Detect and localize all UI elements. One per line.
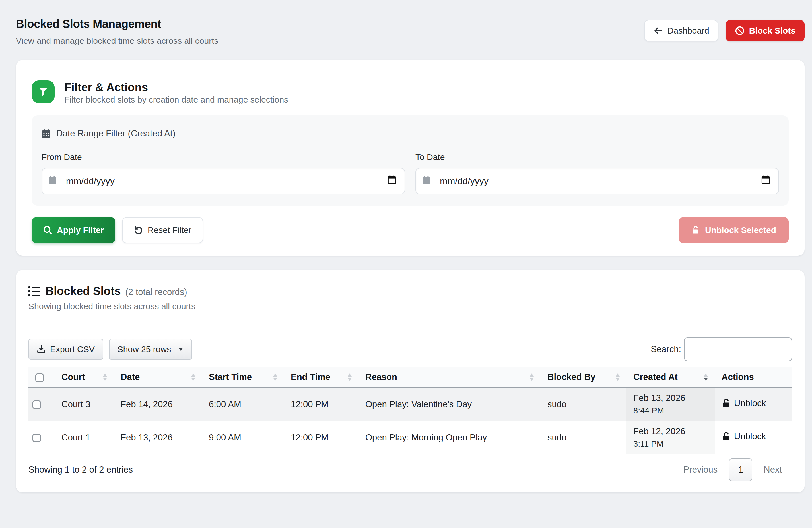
cell-end-time: 12:00 PM [284, 421, 359, 454]
date-range-heading: Date Range Filter (Created At) [56, 129, 176, 139]
dashboard-button[interactable]: Dashboard [644, 20, 719, 42]
sort-icon [103, 373, 107, 381]
sort-icon [348, 373, 352, 381]
select-all-checkbox[interactable] [35, 373, 44, 382]
search-input[interactable] [684, 337, 792, 361]
column-header-end-time[interactable]: End Time [284, 367, 359, 388]
sort-icon [530, 373, 534, 381]
lock-icon [722, 398, 731, 408]
date-range-panel: Date Range Filter (Created At) From Date… [32, 115, 789, 206]
table-header-row: Court Date Start Time End Time Reason Bl… [28, 367, 792, 388]
column-header-select[interactable] [28, 367, 55, 388]
column-header-created-at[interactable]: Created At [626, 367, 715, 388]
search-label: Search: [651, 344, 681, 354]
column-header-blocked-by[interactable]: Blocked By [540, 367, 626, 388]
unblock-selected-button[interactable]: Unblock Selected [679, 217, 789, 243]
pagination: Previous 1 Next [683, 458, 782, 481]
cell-start-time: 6:00 AM [202, 388, 284, 421]
row-checkbox[interactable] [32, 434, 41, 442]
from-date-input[interactable]: mm/dd/yyyy [42, 168, 405, 194]
cell-created-at: Feb 13, 20268:44 PM [626, 388, 715, 421]
reset-filter-button[interactable]: Reset Filter [122, 217, 203, 243]
rotate-ccw-icon [134, 226, 143, 235]
cell-actions: Unblock [715, 388, 792, 421]
cell-end-time: 12:00 PM [284, 388, 359, 421]
list-icon [28, 286, 40, 297]
cell-reason: Open Play: Morning Open Play [359, 421, 540, 454]
next-page-button[interactable]: Next [764, 465, 782, 475]
row-checkbox[interactable] [32, 401, 41, 409]
table-row: Court 3Feb 14, 20266:00 AM12:00 PMOpen P… [28, 388, 792, 421]
column-header-actions: Actions [715, 367, 792, 388]
ban-icon [735, 26, 744, 35]
cell-actions: Unblock [715, 421, 792, 454]
to-date-value: mm/dd/yyyy [440, 176, 489, 186]
table-row: Court 1Feb 13, 20269:00 AM12:00 PMOpen P… [28, 421, 792, 454]
unblock-button[interactable]: Unblock [722, 398, 766, 408]
calendar-icon [422, 176, 430, 186]
download-icon [37, 345, 45, 353]
export-csv-button[interactable]: Export CSV [28, 339, 103, 360]
column-header-date[interactable]: Date [114, 367, 202, 388]
blocked-slots-table: Court Date Start Time End Time Reason Bl… [28, 367, 792, 454]
cell-blocked-by: sudo [540, 421, 626, 454]
cell-court: Court 1 [55, 421, 114, 454]
column-header-reason[interactable]: Reason [359, 367, 540, 388]
sort-icon [191, 373, 195, 381]
blocked-slots-card: Blocked Slots (2 total records) Showing … [16, 270, 804, 493]
filter-icon [32, 80, 55, 103]
cell-court: Court 3 [55, 388, 114, 421]
cell-reason: Open Play: Valentine's Day [359, 388, 540, 421]
filter-card-subtitle: Filter blocked slots by creation date an… [64, 95, 288, 105]
unlock-icon [691, 226, 700, 235]
cell-created-at: Feb 12, 20263:11 PM [626, 421, 715, 454]
filter-card-title: Filter & Actions [64, 81, 288, 94]
unblock-button[interactable]: Unblock [722, 432, 766, 442]
table-info: Showing 1 to 2 of 2 entries [28, 465, 133, 475]
sort-icon [616, 373, 620, 381]
filter-actions-card: Filter & Actions Filter blocked slots by… [16, 60, 804, 256]
page-subtitle: View and manage blocked time slots acros… [16, 36, 218, 46]
cell-date: Feb 13, 2026 [114, 421, 202, 454]
to-date-label: To Date [416, 152, 779, 162]
column-header-court[interactable]: Court [55, 367, 114, 388]
calendar-icon [48, 176, 56, 186]
sort-icon [273, 373, 277, 381]
lock-icon [722, 432, 731, 441]
date-picker-icon[interactable] [762, 175, 770, 187]
blocked-slots-title: Blocked Slots [45, 285, 121, 298]
cell-start-time: 9:00 AM [202, 421, 284, 454]
from-date-value: mm/dd/yyyy [66, 176, 115, 186]
apply-filter-button[interactable]: Apply Filter [32, 217, 115, 243]
previous-page-button[interactable]: Previous [683, 465, 718, 475]
block-slots-button[interactable]: Block Slots [726, 20, 804, 42]
from-date-label: From Date [42, 152, 405, 162]
page-title: Blocked Slots Management [16, 18, 218, 30]
table-body: Court 3Feb 14, 20266:00 AM12:00 PMOpen P… [28, 388, 792, 454]
caret-down-icon [178, 347, 184, 351]
search-icon [43, 226, 52, 235]
page-header: Blocked Slots Management View and manage… [16, 14, 804, 46]
blocked-slots-subtitle: Showing blocked time slots across all co… [28, 302, 792, 311]
page-length-select[interactable]: Show 25 rows [109, 339, 192, 360]
calendar-icon [42, 129, 50, 138]
cell-blocked-by: sudo [540, 388, 626, 421]
records-count: (2 total records) [126, 287, 187, 297]
arrow-left-icon [653, 26, 663, 35]
to-date-input[interactable]: mm/dd/yyyy [416, 168, 779, 194]
current-page-button[interactable]: 1 [729, 458, 752, 481]
cell-date: Feb 14, 2026 [114, 388, 202, 421]
sort-icon [704, 373, 708, 381]
date-picker-icon[interactable] [388, 175, 396, 187]
column-header-start-time[interactable]: Start Time [202, 367, 284, 388]
